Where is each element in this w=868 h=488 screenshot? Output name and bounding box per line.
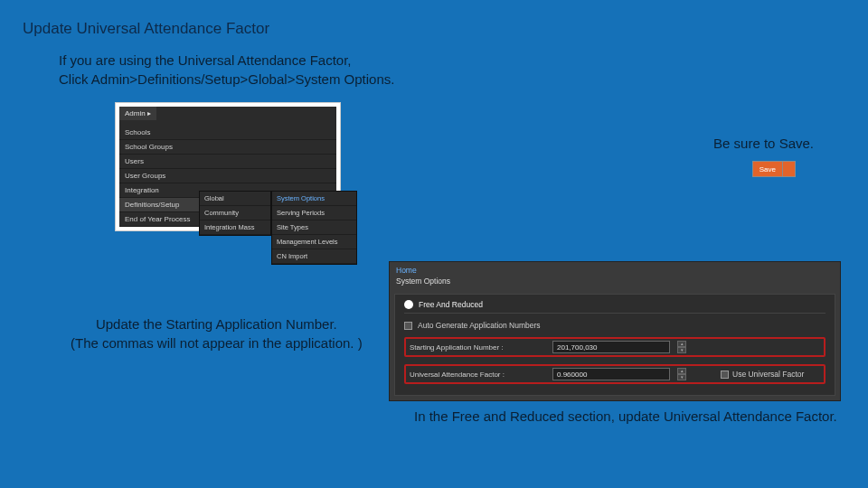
section-free-reduced[interactable]: Free And Reduced <box>404 300 826 314</box>
submenu-col3: System Options Serving Periods Site Type… <box>271 191 357 265</box>
caption-uaf: In the Free and Reduced section, update … <box>414 408 837 424</box>
intro-line-1: If you are using the Universal Attendanc… <box>59 51 394 70</box>
chevron-right-icon: ▸ <box>147 109 151 117</box>
page-title: System Options <box>396 277 834 286</box>
menu-system-options[interactable]: System Options <box>272 192 356 206</box>
admin-label: Admin <box>125 109 146 117</box>
uaf-label: Universal Attendance Factor : <box>410 371 545 379</box>
menu-community[interactable]: Community <box>200 206 270 221</box>
autogen-row: Auto Generate Application Numbers <box>404 321 826 330</box>
menu-global[interactable]: Global <box>200 192 270 206</box>
note-starting-number: Update the Starting Application Number. … <box>71 314 363 352</box>
save-button-group: Save <box>752 161 796 177</box>
section-label: Free And Reduced <box>419 300 483 309</box>
system-options-panel: Home System Options Free And Reduced Aut… <box>389 261 841 401</box>
slide-title: Update Universal Attendance Factor <box>23 20 269 38</box>
save-button[interactable]: Save <box>753 162 783 176</box>
save-instruction: Be sure to Save. <box>713 136 814 151</box>
use-universal-label: Use Universal Factor <box>732 370 804 379</box>
note-line-2: (The commas will not appear in the appli… <box>71 333 363 352</box>
intro-line-2: Click Admin>Definitions/Setup>Global>Sys… <box>59 70 394 89</box>
starting-number-row: Starting Application Number : 201,700,03… <box>404 337 826 357</box>
menu-serving-periods[interactable]: Serving Periods <box>272 206 356 221</box>
menu-users[interactable]: Users <box>119 155 336 169</box>
uaf-spinner[interactable]: ▴▾ <box>677 368 686 380</box>
admin-menu[interactable]: Admin ▸ <box>119 107 156 120</box>
submenu-col2: Global Community Integration Mass <box>199 191 271 236</box>
use-universal-checkbox[interactable] <box>721 371 729 379</box>
uaf-input[interactable]: 0.960000 <box>552 368 670 380</box>
intro-text: If you are using the Universal Attendanc… <box>59 51 394 89</box>
menu-schools[interactable]: Schools <box>119 126 336 140</box>
menu-cn-import[interactable]: CN Import <box>272 249 356 264</box>
section-toggle-icon <box>404 300 413 309</box>
startnum-spinner[interactable]: ▴▾ <box>677 341 686 353</box>
menu-management-levels[interactable]: Management Levels <box>272 235 356 249</box>
startnum-label: Starting Application Number : <box>410 343 545 352</box>
autogen-checkbox[interactable] <box>404 322 412 330</box>
menu-user-groups[interactable]: User Groups <box>119 169 336 183</box>
save-dropdown-caret[interactable] <box>783 162 795 176</box>
menu-integration-mass[interactable]: Integration Mass <box>200 221 270 235</box>
breadcrumb-home[interactable]: Home <box>396 266 834 275</box>
uaf-row: Universal Attendance Factor : 0.960000 ▴… <box>404 364 826 384</box>
startnum-input[interactable]: 201,700,030 <box>552 341 670 353</box>
note-line-1: Update the Starting Application Number. <box>71 314 363 333</box>
menu-school-groups[interactable]: School Groups <box>119 140 336 155</box>
autogen-label: Auto Generate Application Numbers <box>418 321 541 330</box>
menu-site-types[interactable]: Site Types <box>272 221 356 235</box>
menu-screenshot: Admin ▸ Schools School Groups Users User… <box>115 102 341 231</box>
